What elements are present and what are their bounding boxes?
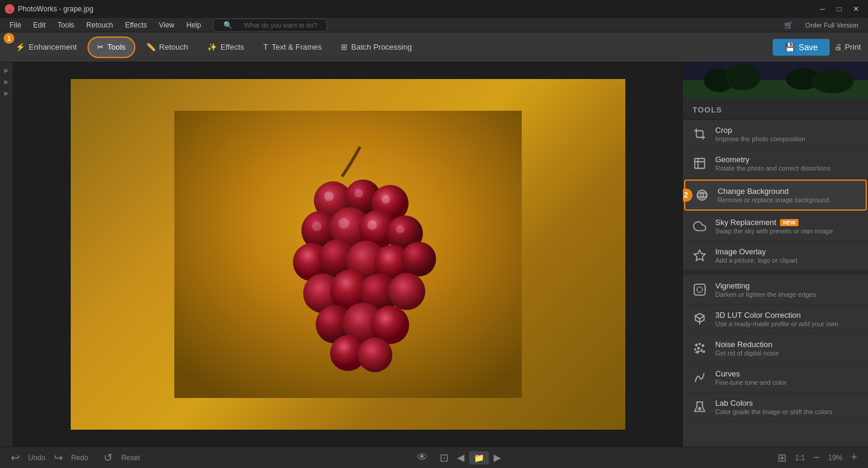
menu-help[interactable]: Help <box>182 20 206 31</box>
tool-curves[interactable]: Curves Fine-tune tone and color <box>683 363 868 393</box>
panel-preview <box>683 62 868 98</box>
close-button[interactable]: ✕ <box>849 2 863 16</box>
svg-rect-39 <box>694 284 705 295</box>
zoom-level-label: 19% <box>828 454 842 462</box>
svg-point-12 <box>401 242 436 276</box>
undo-button[interactable]: ↩ <box>7 450 23 466</box>
left-arrow-3[interactable]: ▶ <box>4 90 9 96</box>
enhancement-button[interactable]: ⚡ Enhancement 1 <box>7 37 85 58</box>
split-view-button[interactable]: ⊡ <box>436 450 452 466</box>
curves-title: Curves <box>715 369 860 378</box>
reset-button[interactable]: ↺ <box>100 450 116 466</box>
3dlut-desc: Use a ready-made profile or add your own <box>715 320 860 327</box>
retouch-label: Retouch <box>159 42 188 51</box>
svg-point-26 <box>338 218 349 229</box>
svg-point-43 <box>702 345 704 347</box>
svg-point-49 <box>698 408 701 410</box>
menu-effects[interactable]: Effects <box>120 20 152 31</box>
zoom-in-button[interactable]: + <box>847 450 861 465</box>
open-folder-button[interactable]: 📁 <box>469 451 489 464</box>
lab-colors-icon <box>691 399 708 415</box>
lab-colors-text: Lab Colors Color grade the image or shif… <box>715 399 860 415</box>
svg-point-28 <box>396 225 404 233</box>
batch-icon: ⊞ <box>341 42 347 51</box>
tool-geometry[interactable]: Geometry Rotate the photo and correct di… <box>683 149 868 178</box>
badge-2: 2 <box>682 189 692 202</box>
toolbar-right: 💾 Save 🖨 Print <box>773 39 861 56</box>
tool-sky-replacement[interactable]: Sky Replacement NEW Swap the sky with pr… <box>683 212 868 241</box>
svg-point-23 <box>355 189 363 197</box>
new-badge: NEW <box>780 219 799 226</box>
minimize-button[interactable]: ─ <box>815 2 830 16</box>
svg-point-40 <box>697 287 702 292</box>
left-arrow-1[interactable]: ▶ <box>4 67 9 74</box>
effects-button[interactable]: ✨ Effects <box>199 37 253 58</box>
save-button[interactable]: 💾 Save <box>773 39 830 56</box>
fit-view-button[interactable]: ⊞ <box>774 450 790 466</box>
vignetting-icon <box>691 281 708 298</box>
vignetting-text: Vignetting Darken or lighten the image e… <box>715 281 860 298</box>
svg-point-44 <box>695 349 696 350</box>
svg-point-16 <box>388 273 425 310</box>
zoom-out-button[interactable]: − <box>810 450 824 465</box>
redo-button[interactable]: ↪ <box>50 450 66 466</box>
menu-view[interactable]: View <box>154 20 179 31</box>
left-arrow-2[interactable]: ▶ <box>4 78 9 85</box>
retouch-button[interactable]: ✏️ Retouch <box>138 37 196 58</box>
svg-point-45 <box>698 348 700 350</box>
save-icon: 💾 <box>785 42 795 52</box>
3dlut-icon <box>691 311 708 327</box>
tool-change-background[interactable]: 2 Change Background Remove or replace im… <box>684 180 867 211</box>
next-photo-button[interactable]: ▶ <box>494 452 501 463</box>
geometry-title: Geometry <box>715 155 860 164</box>
search-icon: 🔍 <box>219 20 237 31</box>
order-full-version[interactable]: 🛒 Order Full Version <box>779 20 863 31</box>
tool-image-overlay[interactable]: Image Overlay Add a picture, logo or cli… <box>683 241 868 271</box>
left-sidebar: ▶ ▶ ▶ <box>0 62 13 446</box>
change-background-desc: Remove or replace image background <box>718 196 857 203</box>
eye-button[interactable]: 👁 <box>413 450 431 465</box>
save-label: Save <box>799 42 818 52</box>
print-button[interactable]: 🖨 Print <box>834 42 861 51</box>
tool-crop[interactable]: Crop Improve the photo composition <box>683 120 868 149</box>
search-placeholder: What do you want to do? <box>240 20 322 30</box>
svg-point-34 <box>812 69 854 93</box>
geometry-text: Geometry Rotate the photo and correct di… <box>715 155 860 172</box>
curves-text: Curves Fine-tune tone and color <box>715 369 860 386</box>
image-overlay-title: Image Overlay <box>715 247 860 256</box>
svg-point-21 <box>358 338 392 372</box>
sky-replacement-text: Sky Replacement NEW Swap the sky with pr… <box>715 218 860 235</box>
badge-1: 1 <box>4 33 14 44</box>
tools-button[interactable]: ✂ Tools <box>87 37 135 58</box>
svg-point-22 <box>324 192 334 201</box>
prev-photo-button[interactable]: ◀ <box>457 452 464 463</box>
zoom-1to1-label: 1:1 <box>795 454 805 462</box>
bottom-center: 👁 ⊡ ◀ 📁 ▶ <box>145 450 770 466</box>
svg-point-32 <box>725 64 761 90</box>
photo-canvas[interactable] <box>69 78 627 431</box>
menu-tools[interactable]: Tools <box>53 20 79 31</box>
search-box[interactable]: 🔍 What do you want to do? <box>213 19 328 32</box>
change-background-text: Change Background Remove or replace imag… <box>718 187 857 203</box>
maximize-button[interactable]: □ <box>832 2 846 16</box>
tool-lab-colors[interactable]: Lab Colors Color grade the image or shif… <box>683 393 868 422</box>
tool-noise-reduction[interactable]: Noise Reduction Get rid of digital noise <box>683 334 868 363</box>
app-icon: 🍇 <box>5 4 14 14</box>
geometry-desc: Rotate the photo and correct distortions <box>715 165 860 172</box>
menu-file[interactable]: File <box>5 20 26 31</box>
text-frames-button[interactable]: T Text & Frames <box>255 37 331 58</box>
menu-retouch[interactable]: Retouch <box>81 20 118 31</box>
text-frames-label: Text & Frames <box>271 42 322 51</box>
svg-marker-38 <box>694 250 705 260</box>
tool-3dlut[interactable]: 3D LUT Color Correction Use a ready-made… <box>683 305 868 334</box>
titlebar-controls[interactable]: ─ □ ✕ <box>815 2 863 16</box>
crop-icon <box>691 126 708 142</box>
vignetting-title: Vignetting <box>715 281 860 290</box>
svg-rect-35 <box>695 159 705 169</box>
tool-vignetting[interactable]: Vignetting Darken or lighten the image e… <box>683 275 868 305</box>
redo-label: Redo <box>71 454 89 462</box>
svg-point-41 <box>695 344 697 346</box>
change-background-title: Change Background <box>718 187 857 196</box>
menu-edit[interactable]: Edit <box>28 20 50 31</box>
batch-processing-button[interactable]: ⊞ Batch Processing <box>332 37 420 58</box>
